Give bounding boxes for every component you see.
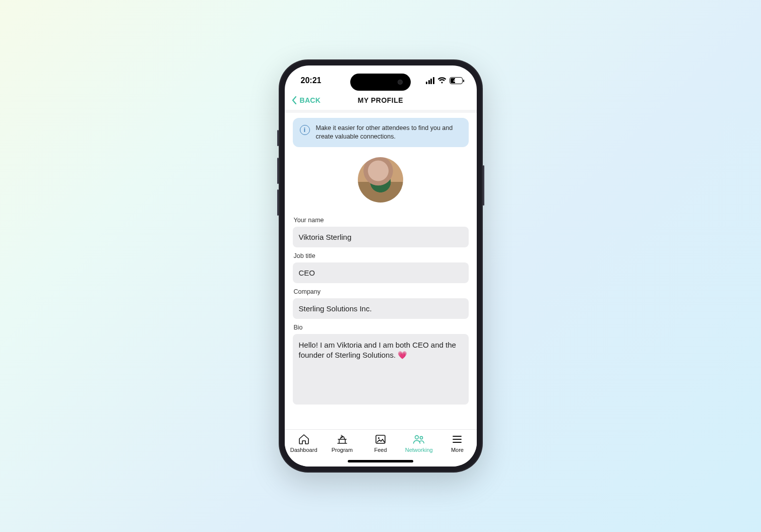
people-icon <box>412 434 425 445</box>
scroll-area[interactable]: i Make it easier for other attendees to … <box>285 113 477 429</box>
battery-icon: 44 <box>450 77 463 84</box>
screen: 20:21 44 <box>285 65 477 467</box>
home-indicator[interactable] <box>348 460 413 462</box>
cellular-signal-icon <box>426 77 434 84</box>
phone-side-button <box>277 130 279 146</box>
tab-feed-label: Feed <box>374 447 387 453</box>
company-input[interactable] <box>293 298 469 319</box>
tab-bar: Dashboard Program Feed <box>285 429 477 467</box>
info-banner: i Make it easier for other attendees to … <box>293 118 469 147</box>
stage: 20:21 44 <box>0 0 761 532</box>
svg-point-3 <box>420 436 423 439</box>
info-icon: i <box>300 125 310 135</box>
phone-volume-down-button <box>277 189 279 216</box>
status-right: 44 <box>426 77 463 84</box>
job-title-input[interactable] <box>293 262 469 283</box>
info-banner-text: Make it easier for other attendees to fi… <box>316 124 462 141</box>
back-label: BACK <box>300 96 321 104</box>
tab-dashboard[interactable]: Dashboard <box>285 434 323 453</box>
home-icon <box>298 434 310 445</box>
tab-dashboard-label: Dashboard <box>290 447 318 453</box>
podium-icon <box>336 434 348 445</box>
job-title-label: Job title <box>294 252 468 259</box>
tab-more[interactable]: More <box>438 434 476 453</box>
chevron-left-icon <box>292 96 297 104</box>
bio-input[interactable] <box>293 334 469 405</box>
back-button[interactable]: BACK <box>292 96 321 104</box>
battery-percent: 44 <box>453 79 458 83</box>
phone-power-button <box>483 165 484 206</box>
avatar-container <box>293 147 469 212</box>
company-label: Company <box>294 288 468 295</box>
tab-feed[interactable]: Feed <box>361 434 400 453</box>
tab-program-label: Program <box>332 447 353 453</box>
name-label: Your name <box>294 217 468 224</box>
nav-header: BACK MY PROFILE <box>285 91 477 110</box>
svg-point-2 <box>415 436 419 439</box>
dynamic-island <box>350 74 411 91</box>
tab-more-label: More <box>451 447 464 453</box>
tab-networking-label: Networking <box>405 447 433 453</box>
menu-icon <box>451 434 463 445</box>
image-icon <box>374 434 387 445</box>
tab-program[interactable]: Program <box>323 434 361 453</box>
tab-networking[interactable]: Networking <box>400 434 438 453</box>
phone-frame: 20:21 44 <box>279 59 483 473</box>
bio-label: Bio <box>294 324 468 331</box>
name-input[interactable] <box>293 227 469 247</box>
status-time: 20:21 <box>301 76 322 85</box>
wifi-icon <box>437 77 447 84</box>
avatar[interactable] <box>358 157 403 203</box>
content-area: i Make it easier for other attendees to … <box>285 110 477 429</box>
svg-point-1 <box>378 437 379 439</box>
phone-volume-up-button <box>277 158 279 184</box>
